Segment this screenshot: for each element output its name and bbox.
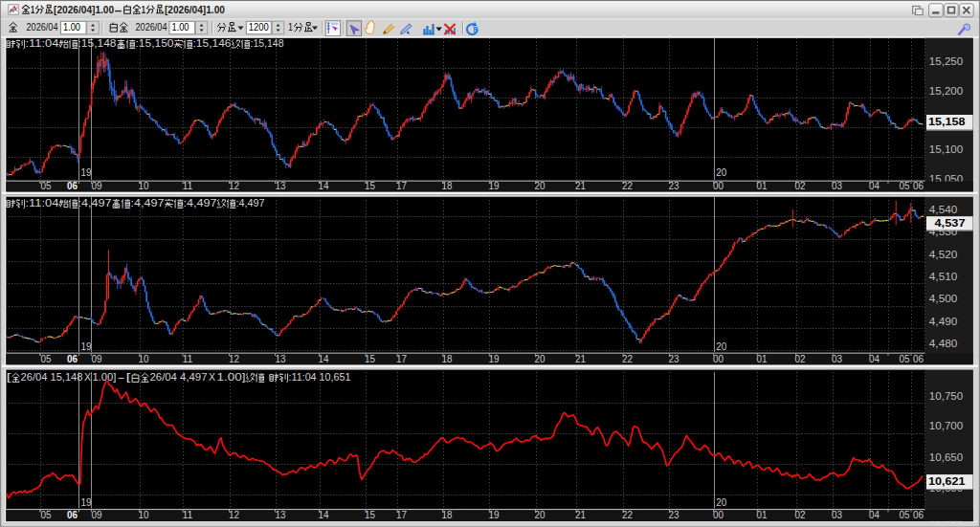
svg-text:4,510: 4,510 (929, 272, 958, 282)
svg-text:11: 11 (183, 354, 193, 364)
svg-text:19: 19 (81, 341, 92, 352)
svg-text:19: 19 (489, 354, 500, 364)
svg-text:26/04 4,497: 26/04 4,497 (150, 372, 208, 383)
svg-text:04: 04 (869, 354, 880, 364)
svg-text:13: 13 (276, 354, 286, 364)
svg-text:17: 17 (396, 181, 407, 191)
svg-text::4,497: :4,497 (131, 198, 166, 209)
svg-text::11:04 10,651: :11:04 10,651 (289, 372, 351, 383)
svg-text:X: X (84, 372, 91, 383)
svg-text::15,148: :15,148 (78, 38, 118, 49)
svg-text::4,497: :4,497 (236, 198, 265, 209)
svg-text:10,621: 10,621 (928, 475, 965, 487)
svg-text:06: 06 (913, 510, 924, 520)
svg-text:10: 10 (139, 181, 149, 191)
svg-text:00: 00 (713, 354, 724, 364)
svg-text:4,520: 4,520 (929, 250, 958, 260)
svg-text:23: 23 (669, 354, 679, 364)
svg-text:23: 23 (669, 181, 679, 191)
svg-text:09: 09 (92, 181, 102, 191)
svg-text:02: 02 (795, 510, 806, 520)
svg-text:20: 20 (535, 510, 546, 520)
svg-text:22: 22 (622, 181, 633, 191)
svg-text:1.00: 1.00 (63, 22, 80, 33)
svg-text:05: 05 (41, 354, 52, 364)
svg-text:14: 14 (319, 510, 329, 520)
svg-text:06: 06 (913, 354, 924, 364)
svg-text:05: 05 (900, 510, 910, 520)
svg-text:10,750: 10,750 (929, 391, 964, 402)
svg-text:20: 20 (716, 167, 726, 178)
svg-text:05: 05 (41, 181, 52, 191)
svg-text:4,490: 4,490 (929, 317, 958, 327)
svg-text:17: 17 (396, 510, 407, 520)
svg-text:04: 04 (869, 510, 880, 520)
svg-text:[2026/04]1.00: [2026/04]1.00 (165, 4, 225, 15)
svg-text:1.00: 1.00 (172, 22, 189, 33)
svg-text:10,700: 10,700 (929, 421, 964, 431)
svg-text:20: 20 (535, 354, 546, 364)
svg-text:19: 19 (81, 167, 92, 178)
svg-text:06: 06 (67, 181, 78, 191)
svg-text:22: 22 (622, 354, 633, 364)
svg-text:15,250: 15,250 (929, 56, 964, 67)
svg-text:01: 01 (757, 354, 768, 364)
svg-text:[2026/04]1.00: [2026/04]1.00 (54, 4, 114, 15)
svg-text:26/04 15,148: 26/04 15,148 (21, 372, 83, 383)
svg-text:2026/04: 2026/04 (136, 22, 167, 33)
svg-text:-: - (114, 4, 123, 15)
svg-text:1: 1 (142, 4, 145, 15)
svg-text:05: 05 (900, 354, 910, 364)
svg-text:03: 03 (832, 354, 842, 364)
svg-text:05: 05 (900, 181, 910, 191)
svg-text:09: 09 (92, 510, 102, 520)
svg-text:03: 03 (832, 510, 842, 520)
svg-text:15,158: 15,158 (928, 116, 965, 127)
svg-text:-: - (118, 372, 125, 383)
svg-text:06: 06 (913, 181, 924, 191)
svg-text:00: 00 (713, 181, 724, 191)
svg-text:17: 17 (396, 354, 407, 364)
svg-text:04: 04 (869, 181, 880, 191)
svg-text:21: 21 (575, 181, 586, 191)
svg-text:15,200: 15,200 (929, 86, 964, 97)
svg-text:10: 10 (139, 510, 149, 520)
svg-text:01: 01 (757, 181, 768, 191)
svg-text:4,500: 4,500 (929, 294, 958, 304)
svg-text:06: 06 (67, 354, 78, 364)
svg-text:19: 19 (81, 497, 92, 508)
svg-text:2026/04: 2026/04 (27, 22, 58, 33)
svg-text:[: [ (7, 372, 11, 383)
svg-text:22: 22 (622, 510, 633, 520)
svg-text:1: 1 (288, 22, 293, 33)
svg-text:05: 05 (41, 510, 52, 520)
svg-text:10: 10 (139, 354, 149, 364)
svg-text:00: 00 (713, 510, 724, 520)
svg-text:23: 23 (669, 510, 679, 520)
svg-text:13: 13 (276, 510, 286, 520)
svg-text::4,497: :4,497 (184, 198, 218, 209)
svg-text:1: 1 (31, 4, 34, 15)
svg-text::11:04: :11:04 (26, 38, 60, 49)
svg-text:02: 02 (795, 181, 806, 191)
svg-text:12: 12 (229, 181, 239, 191)
svg-text:X: X (209, 372, 215, 383)
svg-text::4,497: :4,497 (78, 198, 113, 209)
svg-text:4,537: 4,537 (935, 217, 966, 229)
svg-text:1.00]: 1.00] (93, 372, 117, 383)
svg-text:14: 14 (319, 354, 329, 364)
svg-text:R: R (474, 25, 479, 34)
svg-text::11:04: :11:04 (26, 198, 60, 209)
svg-text:06: 06 (67, 510, 78, 520)
svg-text:20: 20 (716, 497, 726, 508)
svg-text:21: 21 (575, 510, 586, 520)
svg-text:1.00]: 1.00] (217, 372, 246, 383)
svg-text:4,540: 4,540 (929, 205, 958, 215)
svg-text:11: 11 (183, 181, 193, 191)
svg-text:[: [ (126, 372, 131, 383)
svg-text:09: 09 (92, 354, 102, 364)
svg-text:20: 20 (535, 181, 546, 191)
svg-text:12: 12 (229, 354, 239, 364)
svg-text:01: 01 (757, 510, 768, 520)
svg-text:15,100: 15,100 (929, 144, 964, 155)
